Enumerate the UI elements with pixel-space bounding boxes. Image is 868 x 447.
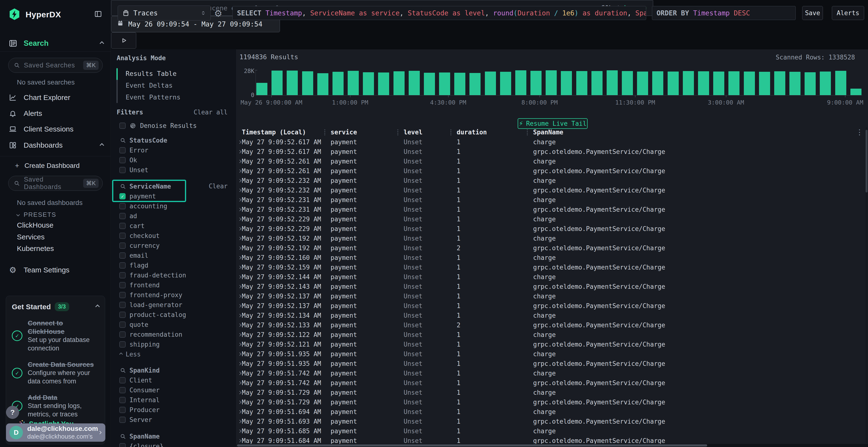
expand-row-icon[interactable]: [238, 169, 241, 173]
table-row[interactable]: May 27 9:09:51.729 AMpaymentUnset1charge: [237, 388, 865, 398]
expand-row-icon[interactable]: [238, 420, 241, 423]
expand-row-icon[interactable]: [238, 227, 241, 231]
save-button[interactable]: Save: [802, 6, 823, 20]
table-row[interactable]: May 27 9:09:52.261 AMpaymentUnset1grpc.o…: [237, 166, 865, 176]
histogram-bar[interactable]: [439, 72, 450, 95]
filter-option-ad[interactable]: ad: [111, 211, 236, 221]
histogram-bar[interactable]: [363, 72, 374, 95]
histogram-bar[interactable]: [607, 70, 618, 95]
analysis-mode-results-table[interactable]: Results Table: [117, 68, 231, 79]
table-row[interactable]: May 27 9:09:51.935 AMpaymentUnset1grpc.o…: [237, 359, 865, 369]
expand-row-icon[interactable]: [238, 160, 241, 163]
sidebar-item-chart-explorer[interactable]: Chart Explorer: [9, 92, 103, 103]
expand-row-icon[interactable]: [238, 179, 241, 182]
histogram-bar[interactable]: [302, 71, 313, 95]
expand-row-icon[interactable]: [238, 217, 241, 221]
get-started-item[interactable]: ✓Create Data SourcesConfigure where your…: [12, 360, 99, 386]
checkbox[interactable]: [119, 292, 126, 298]
histogram-bar[interactable]: [317, 73, 329, 95]
preset-item-kubernetes[interactable]: Kubernetes: [17, 243, 54, 254]
histogram-bar[interactable]: [805, 72, 816, 95]
checkbox[interactable]: [119, 157, 126, 163]
checkbox[interactable]: [119, 167, 126, 173]
table-row[interactable]: May 27 9:09:52.134 AMpaymentUnset1charge: [237, 311, 865, 320]
alerts-button[interactable]: Alerts: [832, 6, 864, 20]
expand-row-icon[interactable]: [238, 304, 241, 308]
table-row[interactable]: May 27 9:09:52.121 AMpaymentUnset1grpc.o…: [237, 340, 865, 349]
histogram-bar[interactable]: [256, 83, 268, 95]
table-row[interactable]: May 27 9:09:51.685 AMpaymentUnset1charge: [237, 426, 865, 436]
expand-row-icon[interactable]: [238, 256, 241, 260]
create-dashboard-button[interactable]: + Create Dashboard: [15, 161, 103, 171]
histogram-bar[interactable]: [728, 71, 740, 95]
histogram-bar[interactable]: [637, 72, 648, 95]
table-row[interactable]: May 27 9:09:52.229 AMpaymentUnset1grpc.o…: [237, 224, 865, 234]
expand-row-icon[interactable]: [238, 333, 241, 337]
sidebar-item-client-sessions[interactable]: Client Sessions: [9, 124, 103, 135]
table-row[interactable]: May 27 9:09:51.742 AMpaymentUnset1charge: [237, 369, 865, 378]
expand-row-icon[interactable]: [238, 295, 241, 298]
presets-toggle[interactable]: PRESETS: [17, 209, 103, 220]
get-started-item[interactable]: ✓Add DataStart sending logs, metrics, or…: [12, 393, 99, 419]
filter-option-flagd[interactable]: flagd: [111, 260, 236, 270]
filter-option-email[interactable]: email: [111, 250, 236, 260]
histogram-bar[interactable]: [378, 72, 389, 95]
filter-option-currency[interactable]: currency: [111, 241, 236, 250]
collapse-sidebar-icon[interactable]: [94, 10, 102, 18]
expand-row-icon[interactable]: [238, 410, 241, 414]
filter-option-quote[interactable]: quote: [111, 319, 236, 330]
checkbox[interactable]: [119, 397, 126, 403]
table-row[interactable]: May 27 9:09:51.742 AMpaymentUnset1grpc.o…: [237, 378, 865, 388]
order-by-input[interactable]: ORDER BY Timestamp DESC: [652, 6, 796, 20]
histogram-bar[interactable]: [713, 72, 724, 95]
histogram-bar[interactable]: [272, 71, 283, 95]
sidebar-item-team-settings[interactable]: ⚙ Team Settings: [9, 265, 103, 276]
checkbox[interactable]: [119, 262, 126, 269]
histogram-bar[interactable]: [576, 71, 587, 95]
filter-option-internal[interactable]: Internal: [111, 395, 236, 405]
histogram-bar[interactable]: [530, 71, 541, 95]
sidebar-item-alerts[interactable]: Alerts: [9, 108, 103, 119]
column-drag-handle[interactable]: [397, 129, 398, 135]
expand-row-icon[interactable]: [238, 285, 241, 288]
table-row[interactable]: May 27 9:09:51.694 AMpaymentUnset1charge: [237, 407, 865, 417]
checkbox[interactable]: [119, 147, 126, 153]
histogram-bar[interactable]: [561, 71, 572, 95]
expand-row-icon[interactable]: [238, 140, 241, 144]
histogram-bar[interactable]: [515, 70, 526, 95]
clear-all-button[interactable]: Clear all: [194, 107, 227, 117]
histogram-bar[interactable]: [454, 73, 465, 95]
expand-row-icon[interactable]: [238, 343, 241, 346]
table-row[interactable]: May 27 9:09:52.229 AMpaymentUnset1charge: [237, 214, 865, 224]
expand-row-icon[interactable]: [238, 439, 241, 442]
table-row[interactable]: May 27 9:09:52.231 AMpaymentUnset1grpc.o…: [237, 205, 865, 214]
collapse-less-button[interactable]: Less: [111, 349, 236, 359]
expand-row-icon[interactable]: [238, 150, 241, 153]
histogram-bar[interactable]: [348, 71, 359, 95]
filter-option-producer[interactable]: Producer: [111, 405, 236, 415]
checkbox[interactable]: [119, 243, 126, 249]
user-menu[interactable]: D dale@clickhouse.com dale@clickhouse.co…: [6, 423, 105, 442]
denoise-checkbox-row[interactable]: Denoise Results: [111, 121, 236, 131]
expand-row-icon[interactable]: [238, 362, 241, 365]
filter-option--closure-[interactable]: {closure}: [111, 441, 236, 447]
expand-row-icon[interactable]: [238, 198, 241, 202]
checkbox[interactable]: [119, 213, 126, 219]
horizontal-scrollbar-thumb[interactable]: [237, 444, 707, 447]
histogram-bar[interactable]: [789, 72, 801, 95]
histogram-bar[interactable]: [835, 71, 846, 95]
checkbox[interactable]: [119, 302, 126, 308]
filter-option-recommendation[interactable]: recommendation: [111, 330, 236, 339]
filter-option-server[interactable]: Server: [111, 415, 236, 424]
run-query-button[interactable]: [111, 32, 136, 49]
get-started-item[interactable]: ✓Connect to ClickHouseSet up your databa…: [12, 319, 99, 353]
table-row[interactable]: May 27 9:09:52.231 AMpaymentUnset1charge: [237, 195, 865, 205]
column-drag-handle[interactable]: [527, 129, 528, 135]
table-row[interactable]: May 27 9:09:52.192 AMpaymentUnset2grpc.o…: [237, 243, 865, 253]
histogram-bar[interactable]: [744, 72, 755, 95]
filter-option-payment[interactable]: ✓payment: [111, 191, 236, 201]
help-button[interactable]: ?: [6, 406, 19, 419]
column-drag-handle[interactable]: [324, 129, 325, 135]
filter-option-load-generator[interactable]: load-generator: [111, 300, 236, 310]
table-row[interactable]: May 27 9:09:51.729 AMpaymentUnset1grpc.o…: [237, 398, 865, 407]
